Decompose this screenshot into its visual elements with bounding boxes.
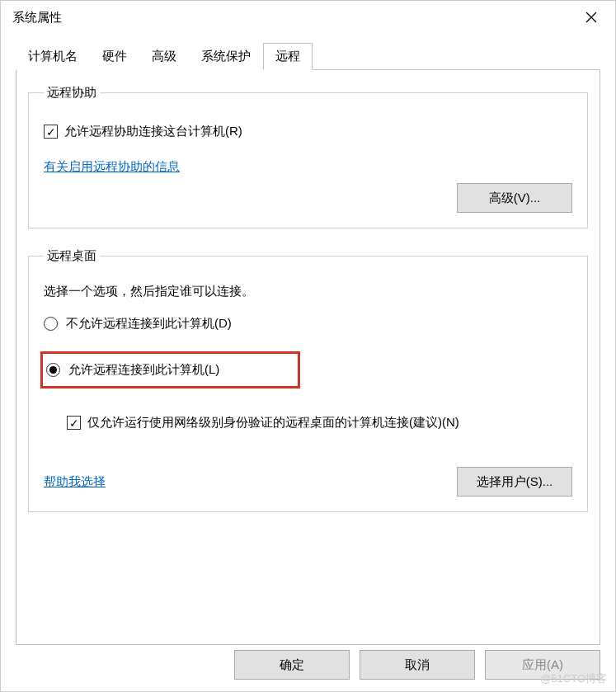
allow-remote-assist-label: 允许远程协助连接这台计算机(R): [64, 124, 242, 139]
nla-label: 仅允许运行使用网络级别身份验证的远程桌面的计算机连接(建议)(N): [87, 415, 459, 431]
help-choose-link[interactable]: 帮助我选择: [44, 474, 106, 490]
tab-strip: 计算机名 硬件 高级 系统保护 远程: [16, 42, 600, 70]
remote-assist-group: 远程协助 允许远程协助连接这台计算机(R) 有关启用远程协助的信息 高级(V).…: [28, 85, 588, 228]
close-icon: [585, 12, 597, 23]
remote-desktop-legend: 远程桌面: [44, 248, 100, 264]
tab-remote[interactable]: 远程: [263, 43, 313, 70]
allow-remote-highlight: 允许远程连接到此计算机(L): [40, 351, 300, 388]
allow-remote-radio[interactable]: [46, 363, 60, 377]
ok-button[interactable]: 确定: [234, 650, 350, 680]
nla-checkbox[interactable]: [67, 416, 81, 430]
tab-hardware[interactable]: 硬件: [90, 43, 139, 70]
disallow-remote-label: 不允许远程连接到此计算机(D): [66, 316, 232, 332]
select-users-button[interactable]: 选择用户(S)...: [457, 467, 572, 497]
apply-button[interactable]: 应用(A): [485, 650, 600, 680]
tab-advanced[interactable]: 高级: [139, 43, 189, 70]
disallow-remote-radio[interactable]: [44, 317, 58, 331]
allow-remote-label: 允许远程连接到此计算机(L): [68, 362, 219, 378]
remote-assist-legend: 远程协助: [44, 85, 100, 101]
remote-desktop-instruction: 选择一个选项，然后指定谁可以连接。: [44, 284, 572, 299]
window-title: 系统属性: [12, 10, 62, 26]
cancel-button[interactable]: 取消: [360, 650, 475, 680]
remote-assist-info-link[interactable]: 有关启用远程协助的信息: [44, 159, 180, 173]
tab-system-protection[interactable]: 系统保护: [189, 43, 263, 70]
close-button[interactable]: [571, 2, 612, 33]
remote-desktop-group: 远程桌面 选择一个选项，然后指定谁可以连接。 不允许远程连接到此计算机(D) 允…: [28, 248, 588, 512]
allow-remote-assist-checkbox[interactable]: [44, 125, 58, 139]
remote-assist-advanced-button[interactable]: 高级(V)...: [457, 183, 572, 213]
tab-computer-name[interactable]: 计算机名: [16, 43, 90, 70]
